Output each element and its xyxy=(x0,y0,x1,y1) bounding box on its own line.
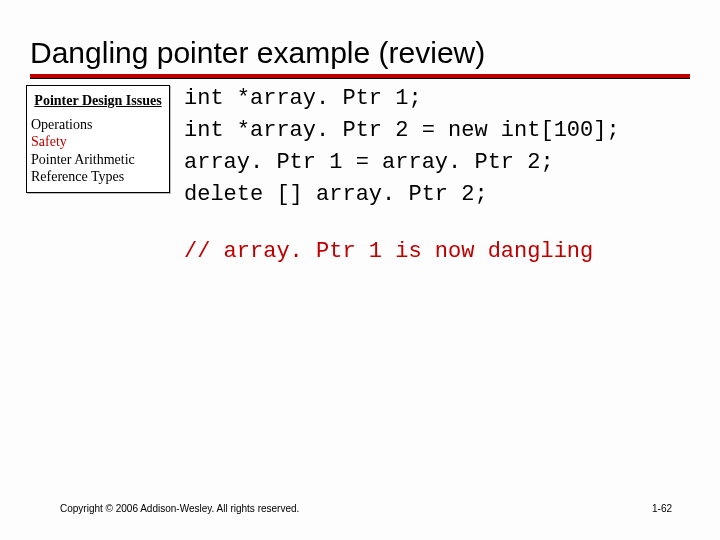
sidebar-heading: Pointer Design Issues xyxy=(31,92,165,110)
code-line-3: array. Ptr 1 = array. Ptr 2; xyxy=(184,150,554,175)
code-line-4: delete [] array. Ptr 2; xyxy=(184,182,488,207)
footer: Copyright © 2006 Addison-Wesley. All rig… xyxy=(0,503,720,514)
code-line-1: int *array. Ptr 1; xyxy=(184,86,422,111)
page-number: 1-62 xyxy=(652,503,672,514)
code-block: int *array. Ptr 1; int *array. Ptr 2 = n… xyxy=(170,83,700,211)
sidebar-item-operations: Operations xyxy=(31,116,165,134)
sidebar-box: Pointer Design Issues Operations Safety … xyxy=(26,85,170,193)
code-comment: // array. Ptr 1 is now dangling xyxy=(0,239,720,264)
sidebar-item-pointer-arithmetic: Pointer Arithmetic xyxy=(31,151,165,169)
sidebar-item-reference-types: Reference Types xyxy=(31,168,165,186)
code-line-2: int *array. Ptr 2 = new int[100]; xyxy=(184,118,620,143)
sidebar-item-safety: Safety xyxy=(31,133,165,151)
slide-title: Dangling pointer example (review) xyxy=(0,0,720,72)
content-row: Pointer Design Issues Operations Safety … xyxy=(0,79,720,211)
copyright-text: Copyright © 2006 Addison-Wesley. All rig… xyxy=(60,503,299,514)
